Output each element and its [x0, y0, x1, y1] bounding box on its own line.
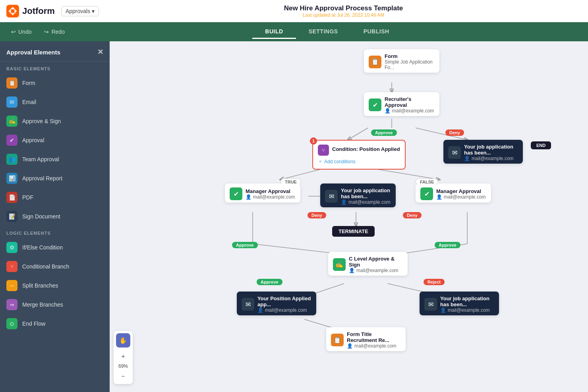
sidebar-item-approval[interactable]: ✔ Approval	[0, 131, 110, 150]
recruiter-email: mail@example.com	[392, 108, 434, 114]
split-branches-icon: ↔	[6, 280, 17, 291]
node-form-bottom[interactable]: 📋 Form Title Recruitment Re... 👤 mail@ex…	[326, 327, 406, 351]
sidebar-item-label: Approve & Sign	[22, 118, 61, 124]
node-email-reject-bottom[interactable]: ✉ Your job application has been... 👤 mai…	[420, 292, 499, 315]
jotform-logo-icon	[6, 5, 19, 17]
title-center: New Hire Approval Process Template Last …	[105, 4, 582, 18]
email-address: mail@example.com	[265, 307, 307, 313]
sidebar-item-approval-report[interactable]: 📊 Approval Report	[0, 169, 110, 188]
recruiter-avatar: 👤	[385, 108, 391, 114]
email-reject-bottom-icon: ✉	[424, 298, 437, 311]
sidebar: Approval Elements ✕ BASIC ELEMENTS 📋 For…	[0, 41, 110, 392]
form-bottom-title: Form Title Recruitment Re...	[347, 331, 401, 343]
canvas: 📋 Form Simple Job Application Fo... ✔ Re…	[110, 41, 588, 392]
node-form-top-header: 📋 Form Simple Job Application Fo...	[364, 49, 439, 73]
node-manager-approval-left[interactable]: ✔ Manager Approval 👤 mail@example.com	[225, 183, 300, 203]
tab-build[interactable]: BUILD	[252, 25, 296, 39]
sidebar-item-end-flow[interactable]: ⊙ End Flow	[0, 314, 110, 333]
manager-left-header: ✔ Manager Approval 👤 mail@example.com	[225, 183, 300, 203]
node-email-deny-center[interactable]: ✉ Your job application has been... 👤 mai…	[320, 183, 396, 207]
last-updated: Last updated at Jul 26, 2023 10:46 AM	[105, 12, 582, 18]
node-manager-approval-right[interactable]: ✔ Manager Approval 👤 mail@example.com	[416, 183, 491, 203]
badge-deny-right-top[interactable]: Deny	[445, 129, 464, 136]
sidebar-item-pdf[interactable]: 📄 PDF	[0, 188, 110, 207]
condition-node-icon: ⑂	[318, 145, 329, 156]
node-c-level-approve-sign[interactable]: ✍ C Level Approve & Sign 👤 mail@example.…	[328, 252, 408, 276]
redo-button[interactable]: ↪ Redo	[41, 27, 68, 37]
tab-publish[interactable]: PUBLISH	[351, 25, 402, 39]
email-reject-bottom-title: Your job application has been...	[440, 295, 494, 307]
email-approve-bottom-title: Your Position Applied app...	[257, 295, 311, 307]
sidebar-item-label: Sign Document	[22, 213, 60, 220]
sidebar-item-team-approval[interactable]: 👥 Team Approval	[0, 150, 110, 169]
condition-box[interactable]: ⑂ Condition: Position Applied ＋ Add cond…	[312, 140, 406, 170]
sidebar-item-email[interactable]: ✉ Email	[0, 93, 110, 112]
manager-left-title: Manager Approval	[246, 188, 295, 194]
node-email-deny-right-top[interactable]: ✉ Your job application has been... 👤 mai…	[443, 140, 523, 164]
badge-reject-c-level[interactable]: Reject	[424, 279, 445, 285]
sidebar-item-conditional-branch[interactable]: ⑂ Conditional Branch	[0, 257, 110, 276]
form-node-icon: 📋	[369, 56, 381, 68]
svg-rect-2	[11, 9, 15, 13]
badge-approve-bottom-right[interactable]: Approve	[435, 242, 460, 248]
node-recruiters-header: ✔ Recruiter's Approval 👤 mail@example.co…	[364, 92, 439, 116]
logic-elements-label: LOGIC ELEMENTS	[0, 226, 110, 238]
badge-end[interactable]: END	[531, 141, 551, 149]
sidebar-item-approve-sign[interactable]: ✍ Approve & Sign	[0, 112, 110, 131]
node-form-top[interactable]: 📋 Form Simple Job Application Fo...	[364, 49, 439, 73]
manager-right-header: ✔ Manager Approval 👤 mail@example.com	[416, 183, 491, 203]
close-icon[interactable]: ✕	[97, 48, 103, 56]
approve-sign-icon: ✍	[6, 116, 17, 127]
app-badge[interactable]: Approvals ▾	[61, 6, 99, 16]
team-approval-icon: 👥	[6, 154, 17, 165]
app-name: Approvals	[66, 8, 90, 14]
node-email-approve-bottom[interactable]: ✉ Your Position Applied app... 👤 mail@ex…	[237, 292, 316, 315]
node-recruiters-approval[interactable]: ✔ Recruiter's Approval 👤 mail@example.co…	[364, 92, 439, 116]
node-condition[interactable]: 1 ⑂ Condition: Position Applied ＋ Add co…	[312, 140, 406, 170]
condition-badge-number: 1	[310, 137, 317, 145]
approval-icon: ✔	[6, 135, 17, 146]
sidebar-item-label: Team Approval	[22, 156, 59, 162]
zoom-in-button[interactable]: ＋	[118, 351, 129, 362]
badge-approve-bottom-left[interactable]: Approve	[232, 242, 258, 248]
sidebar-item-label: Approval Report	[22, 175, 62, 182]
add-conditions-label: Add conditions	[324, 159, 356, 164]
sidebar-item-merge-branches[interactable]: ⇒ Merge Branches	[0, 295, 110, 314]
zoom-out-button[interactable]: －	[118, 371, 129, 382]
drag-mode-button[interactable]: ✋	[116, 333, 130, 348]
email-approve-bottom-header: ✉ Your Position Applied app... 👤 mail@ex…	[237, 292, 316, 315]
form-node-title: Form	[385, 53, 435, 59]
tab-settings[interactable]: SETTINGS	[296, 25, 351, 39]
sidebar-item-label: Form	[22, 80, 35, 86]
sidebar-item-sign-document[interactable]: 📝 Sign Document	[0, 207, 110, 226]
email-deny-center-header: ✉ Your job application has been... 👤 mai…	[320, 183, 396, 207]
badge-approve-c-level[interactable]: Approve	[257, 279, 282, 285]
page-title: New Hire Approval Process Template	[105, 4, 582, 12]
email-reject-bottom-header: ✉ Your job application has been... 👤 mai…	[420, 292, 499, 315]
sidebar-item-form[interactable]: 📋 Form	[0, 73, 110, 93]
recruiter-approval-icon: ✔	[369, 98, 381, 111]
badge-terminate: TERMINATE	[332, 226, 375, 237]
badge-approve-top[interactable]: Approve	[371, 129, 397, 136]
basic-elements-label: BASIC ELEMENTS	[0, 62, 110, 73]
sidebar-item-label: Email	[22, 99, 36, 105]
email-avatar: 👤	[257, 307, 263, 313]
manager-right-title: Manager Approval	[436, 188, 486, 194]
badge-deny-right2[interactable]: Deny	[403, 212, 422, 218]
form-bottom-icon: 📋	[331, 334, 344, 346]
sidebar-item-if-else[interactable]: ⚙ If/Else Condition	[0, 238, 110, 257]
form-bottom-meta: 👤 mail@example.com	[347, 343, 401, 349]
c-level-avatar: 👤	[349, 268, 355, 273]
zoom-level: 69%	[118, 363, 128, 369]
sidebar-item-label: Conditional Branch	[22, 263, 69, 270]
zoom-controls: ✋ ＋ 69% －	[114, 331, 133, 384]
add-conditions-button[interactable]: ＋ Add conditions	[318, 158, 356, 165]
if-else-icon: ⚙	[6, 242, 17, 253]
sidebar-item-split-branches[interactable]: ↔ Split Branches	[0, 276, 110, 295]
email-icon: ✉	[6, 97, 17, 108]
badge-deny-left[interactable]: Deny	[308, 212, 326, 218]
manager-left-icon: ✔	[230, 187, 242, 200]
undo-button[interactable]: ↩ Undo	[8, 27, 35, 37]
c-level-email: mail@example.com	[356, 268, 398, 273]
sidebar-item-label: Merge Branches	[22, 301, 63, 308]
